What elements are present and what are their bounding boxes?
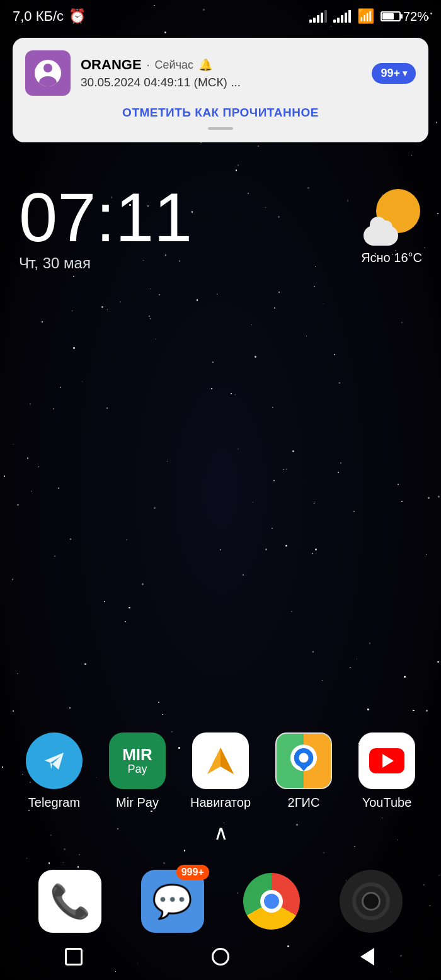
avatar-icon xyxy=(35,60,61,86)
wifi-icon: 📶 xyxy=(357,8,374,25)
battery-percent: 72% xyxy=(403,9,428,24)
badge-count: 99+ xyxy=(381,67,400,80)
app-item-mirpay[interactable]: MIR Pay Mir Pay xyxy=(100,732,175,810)
clock-time: 07:11 xyxy=(19,183,192,252)
nav-bar xyxy=(0,936,441,980)
status-bar: 7,0 КБ/с ⏰ 📶 72% xyxy=(0,0,441,33)
dock: 📞 💬 999+ xyxy=(0,870,441,933)
notification-message-text: 30.05.2024 04:49:11 (МСК) ... xyxy=(81,76,362,89)
app-grid: Telegram MIR Pay Mir Pay Навигатор xyxy=(0,732,441,810)
2gis-label: 2ГИС xyxy=(288,795,320,810)
notification-avatar xyxy=(25,50,71,96)
youtube-icon xyxy=(358,732,415,789)
cloud-icon xyxy=(364,225,398,246)
notification-action[interactable]: ОТМЕТИТЬ КАК ПРОЧИТАННОЕ xyxy=(25,106,416,120)
telegram-label: Telegram xyxy=(28,795,80,810)
messages-badge: 999+ xyxy=(176,865,209,880)
phone-icon: 📞 xyxy=(38,870,101,933)
mark-read-button[interactable]: ОТМЕТИТЬ КАК ПРОЧИТАННОЕ xyxy=(122,106,319,120)
svg-point-8 xyxy=(299,753,308,763)
navigator-label: Навигатор xyxy=(190,795,251,810)
home-icon xyxy=(212,948,229,966)
youtube-play-button xyxy=(369,748,404,773)
recent-apps-icon xyxy=(65,948,83,966)
mirpay-icon: MIR Pay xyxy=(109,732,166,789)
back-icon xyxy=(360,948,374,966)
app-item-navigator[interactable]: Навигатор xyxy=(183,732,258,810)
app-item-2gis[interactable]: 2ГИС xyxy=(266,732,341,810)
dock-item-phone[interactable]: 📞 xyxy=(38,870,101,933)
clock-date: Чт, 30 мая xyxy=(19,254,192,272)
messages-bubble-icon: 💬 xyxy=(152,882,193,921)
nav-recent-button[interactable] xyxy=(58,941,89,972)
youtube-triangle-icon xyxy=(382,754,394,768)
svg-marker-2 xyxy=(220,748,234,774)
nav-back-button[interactable] xyxy=(352,941,383,972)
chrome-inner-circle xyxy=(260,890,283,913)
svg-point-0 xyxy=(37,743,72,778)
network-speed: 7,0 КБ/с xyxy=(13,8,64,25)
notification-time: Сейчас xyxy=(155,59,193,72)
mirpay-label: Mir Pay xyxy=(116,795,159,810)
notification-handle xyxy=(208,127,233,130)
nav-home-button[interactable] xyxy=(205,941,236,972)
notification-dot: · xyxy=(147,59,150,72)
camera-icon xyxy=(340,870,403,933)
camera-body-icon xyxy=(352,882,390,920)
camera-lens-icon xyxy=(362,892,381,911)
notification-content: ORANGE · Сейчас 🔔 30.05.2024 04:49:11 (М… xyxy=(81,57,362,89)
clock-section: 07:11 Чт, 30 мая xyxy=(19,183,192,272)
app-item-youtube[interactable]: YouTube xyxy=(349,732,425,810)
dock-item-chrome[interactable] xyxy=(243,873,300,930)
weather-icon xyxy=(364,189,420,246)
notification-app-name: ORANGE xyxy=(81,57,142,73)
app-item-telegram[interactable]: Telegram xyxy=(16,732,92,810)
app-row: Telegram MIR Pay Mir Pay Навигатор xyxy=(13,732,428,810)
weather-description: Ясно 16°C xyxy=(361,251,422,265)
navigator-icon xyxy=(192,732,249,789)
notification-card[interactable]: ORANGE · Сейчас 🔔 30.05.2024 04:49:11 (М… xyxy=(13,38,428,142)
chrome-icon xyxy=(243,873,300,930)
notification-bell-icon: 🔔 xyxy=(198,58,212,72)
up-arrow[interactable]: ∧ xyxy=(214,821,228,845)
alarm-icon: ⏰ xyxy=(69,8,86,25)
dock-item-camera[interactable] xyxy=(340,870,403,933)
chevron-down-icon: ▾ xyxy=(403,68,407,78)
phone-symbol-icon: 📞 xyxy=(50,882,91,921)
signal-bars-2 xyxy=(333,10,351,23)
weather-section: Ясно 16°C xyxy=(361,189,422,265)
notification-badge[interactable]: 99+ ▾ xyxy=(372,63,416,84)
battery: 72% xyxy=(381,9,428,24)
youtube-label: YouTube xyxy=(362,795,412,810)
dock-item-messages[interactable]: 💬 999+ xyxy=(141,870,204,933)
2gis-icon xyxy=(275,732,332,789)
telegram-icon xyxy=(26,732,83,789)
mirpay-logo: MIR Pay xyxy=(122,746,152,776)
signal-bars-1 xyxy=(309,10,327,23)
